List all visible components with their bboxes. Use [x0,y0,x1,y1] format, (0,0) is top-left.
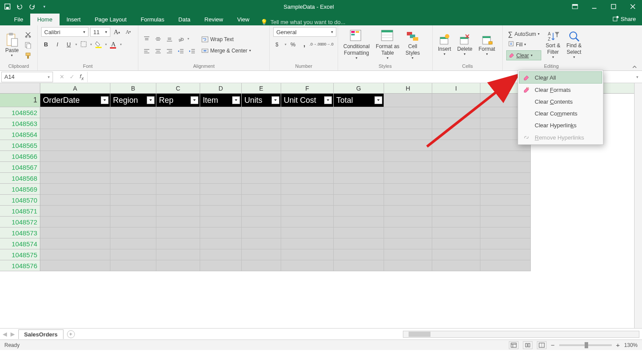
table-header-cell[interactable]: Total [334,94,384,107]
align-center-button[interactable] [153,46,163,56]
tab-review[interactable]: Review [198,14,230,25]
cell[interactable] [384,195,432,206]
cell[interactable] [200,151,242,162]
borders-button[interactable] [79,39,88,49]
paste-button[interactable]: Paste ▾ [4,32,21,59]
column-header-B[interactable]: B [110,83,156,93]
cell[interactable] [156,260,200,271]
clear-all-item[interactable]: Clear All [519,71,602,84]
cell[interactable] [156,206,200,217]
column-header-F[interactable]: F [281,83,334,93]
cell[interactable] [334,260,384,271]
select-all-button[interactable] [0,83,40,94]
cell[interactable] [200,228,242,238]
tab-home[interactable]: Home [30,14,60,25]
minimize-button[interactable] [589,4,600,9]
cell[interactable] [200,173,242,184]
cell[interactable] [480,195,531,206]
cell[interactable] [384,206,432,217]
cell[interactable] [40,151,110,162]
delete-cells-button[interactable]: Delete▾ [455,33,474,57]
tab-view[interactable]: View [230,14,256,25]
cell[interactable] [242,129,281,140]
cell[interactable] [432,238,480,249]
align-middle-button[interactable] [153,34,163,44]
zoom-slider[interactable] [559,344,612,346]
orientation-button[interactable]: ab [176,34,186,44]
cell[interactable] [334,249,384,260]
cell[interactable] [480,217,531,228]
cell[interactable] [242,162,281,173]
cell[interactable] [334,107,384,118]
column-header-A[interactable]: A [40,83,110,93]
column-header-D[interactable]: D [200,83,242,93]
row-header[interactable]: 1048567 [0,162,40,173]
cell[interactable] [384,129,432,140]
cell[interactable] [156,195,200,206]
zoom-level[interactable]: 130% [624,342,638,348]
redo-button[interactable] [28,3,36,10]
format-painter-button[interactable] [23,51,33,60]
row-header[interactable]: 1048571 [0,206,40,217]
row-header[interactable]: 1048562 [0,107,40,118]
cell[interactable] [384,151,432,162]
cell[interactable] [110,140,156,151]
row-header[interactable]: 1048564 [0,129,40,140]
align-right-button[interactable] [165,46,174,56]
cell[interactable] [40,228,110,238]
cell[interactable] [432,162,480,173]
cell[interactable] [281,238,334,249]
cell[interactable] [110,118,156,129]
cell[interactable] [432,249,480,260]
cell[interactable] [334,206,384,217]
cell[interactable] [281,129,334,140]
row-header[interactable]: 1048574 [0,238,40,249]
row-header[interactable]: 1048563 [0,118,40,129]
table-header-cell[interactable]: Unit Cost [281,94,334,107]
cell[interactable] [242,151,281,162]
expand-formula-bar-icon[interactable]: ▾ [633,75,642,79]
row-header[interactable]: 1048566 [0,151,40,162]
align-top-button[interactable] [142,34,152,44]
page-break-view-button[interactable] [537,341,547,349]
cell[interactable] [242,140,281,151]
cell[interactable] [281,162,334,173]
qat-customize-icon[interactable]: ▾ [40,3,48,10]
cell[interactable] [432,173,480,184]
cell[interactable] [200,195,242,206]
clear-formats-item[interactable]: % Clear Formats [519,84,602,96]
cell[interactable] [432,228,480,238]
fill-button[interactable]: Fill ▾ [506,40,541,49]
cell[interactable] [281,228,334,238]
tab-page-layout[interactable]: Page Layout [88,14,134,25]
cell[interactable] [242,118,281,129]
tab-insert[interactable]: Insert [60,14,88,25]
cell[interactable] [432,260,480,271]
cell[interactable] [334,140,384,151]
column-header-C[interactable]: C [156,83,200,93]
table-header-cell[interactable]: Item [200,94,242,107]
cell[interactable] [384,249,432,260]
cell[interactable] [384,94,432,107]
align-bottom-button[interactable] [165,34,174,44]
cell[interactable] [242,206,281,217]
cell[interactable] [432,94,480,107]
cell[interactable] [200,260,242,271]
clear-button[interactable]: Clear ▾ [506,50,541,60]
sort-filter-button[interactable]: AZSort & Filter▾ [544,29,562,60]
cell[interactable] [200,162,242,173]
decrease-decimal-button[interactable]: .00→.0 [322,39,332,49]
cell[interactable] [110,195,156,206]
cell[interactable] [242,217,281,228]
cell[interactable] [334,129,384,140]
cell[interactable] [110,217,156,228]
row-header[interactable]: 1048575 [0,249,40,260]
undo-button[interactable] [16,3,24,10]
cell[interactable] [281,107,334,118]
cell[interactable] [480,206,531,217]
cell[interactable] [281,140,334,151]
cell[interactable] [432,118,480,129]
underline-button[interactable]: U [64,39,74,49]
comma-format-button[interactable]: , [300,39,309,49]
save-button[interactable] [4,3,11,10]
